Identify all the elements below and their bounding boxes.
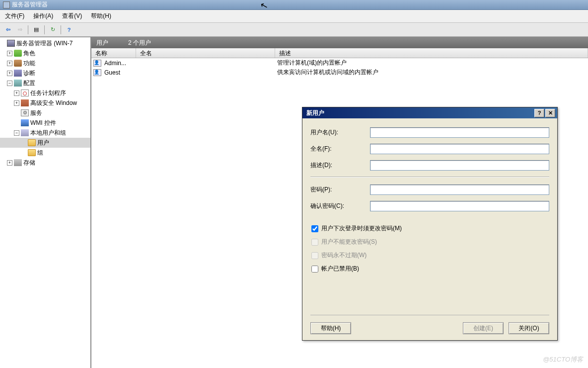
content-count: 2 个用户 bbox=[128, 39, 151, 47]
help-toolbar-button[interactable]: ? bbox=[64, 25, 74, 35]
up-button[interactable]: ▤ bbox=[31, 25, 41, 35]
folder-icon bbox=[28, 139, 36, 146]
tree-diagnostics[interactable]: +诊断 bbox=[0, 68, 90, 78]
features-icon bbox=[14, 60, 22, 67]
menu-view[interactable]: 查看(V) bbox=[62, 12, 82, 20]
wmi-icon bbox=[21, 119, 29, 126]
tree-roles[interactable]: +角色 bbox=[0, 48, 90, 58]
fullname-label: 全名(F): bbox=[310, 145, 370, 153]
diagnostics-icon bbox=[14, 70, 22, 77]
tree-groups[interactable]: 组 bbox=[0, 148, 90, 158]
app-icon bbox=[3, 1, 10, 8]
services-icon bbox=[21, 109, 29, 116]
menu-action[interactable]: 操作(A) bbox=[33, 12, 53, 20]
back-button[interactable]: ⇦ bbox=[3, 25, 13, 35]
user-icon bbox=[93, 60, 101, 67]
list-row[interactable]: Guest 供来宾访问计算机或访问域的内置帐户 bbox=[91, 68, 588, 77]
config-icon bbox=[14, 80, 22, 87]
forward-button[interactable]: ⇨ bbox=[15, 25, 25, 35]
window-title-text: 服务器管理器 bbox=[12, 0, 48, 9]
col-desc[interactable]: 描述 bbox=[275, 48, 588, 58]
tree-config[interactable]: −配置 bbox=[0, 78, 90, 88]
dialog-help-button[interactable]: ? bbox=[534, 109, 544, 117]
user-icon bbox=[93, 69, 101, 76]
server-icon bbox=[7, 40, 15, 47]
local-users-groups-icon bbox=[21, 129, 29, 136]
chk-cannot-change bbox=[311, 239, 318, 246]
tree-root[interactable]: 服务器管理器 (WIN-7 bbox=[0, 38, 90, 48]
content-header: 用户 2 个用户 bbox=[91, 37, 588, 48]
toolbar: ⇦ ⇨ ▤ ↻ ? bbox=[0, 23, 588, 37]
col-name[interactable]: 名称 bbox=[91, 48, 136, 58]
list-header: 名称 全名 描述 bbox=[91, 48, 588, 58]
tree-wmi[interactable]: WMI 控件 bbox=[0, 118, 90, 128]
storage-icon bbox=[14, 159, 22, 166]
chk-disabled-label: 帐户已禁用(B) bbox=[321, 265, 359, 273]
toolbar-separator bbox=[44, 25, 45, 34]
password-input[interactable] bbox=[370, 184, 549, 195]
new-user-dialog: 新用户 ? ✕ 用户名(U): 全名(F): 描述(D): 密码(P): 确认密… bbox=[302, 107, 558, 341]
desc-input[interactable] bbox=[370, 160, 549, 171]
tree-users[interactable]: 用户 bbox=[0, 138, 90, 148]
tree-panel: 服务器管理器 (WIN-7 +角色 +功能 +诊断 −配置 +任务计划程序 +高… bbox=[0, 37, 91, 368]
folder-icon bbox=[28, 149, 36, 156]
toolbar-separator bbox=[28, 25, 28, 34]
tree-task-scheduler[interactable]: +任务计划程序 bbox=[0, 88, 90, 98]
content-title: 用户 bbox=[96, 39, 108, 47]
chk-cannot-change-label: 用户不能更改密码(S) bbox=[321, 238, 377, 246]
chk-must-change-label: 用户下次登录时须更改密码(M) bbox=[321, 224, 402, 233]
roles-icon bbox=[14, 50, 22, 57]
col-fullname[interactable]: 全名 bbox=[136, 48, 275, 58]
confirm-label: 确认密码(C): bbox=[310, 202, 370, 210]
chk-never-expire-label: 密码永不过期(W) bbox=[321, 251, 367, 260]
username-label: 用户名(U): bbox=[310, 128, 370, 137]
menu-file[interactable]: 文件(F) bbox=[5, 12, 24, 20]
watermark: @51CTO博客 bbox=[543, 355, 583, 364]
fullname-input[interactable] bbox=[370, 144, 549, 154]
tree-storage[interactable]: +存储 bbox=[0, 158, 90, 168]
help-button[interactable]: 帮助(H) bbox=[310, 322, 351, 334]
task-icon bbox=[21, 90, 29, 96]
menubar: 文件(F) 操作(A) 查看(V) 帮助(H) bbox=[0, 10, 588, 23]
confirm-input[interactable] bbox=[370, 201, 549, 211]
list-row[interactable]: Admin... 管理计算机(域)的内置帐户 bbox=[91, 58, 588, 68]
dialog-titlebar[interactable]: 新用户 ? ✕ bbox=[302, 107, 557, 118]
divider bbox=[310, 177, 549, 178]
password-label: 密码(P): bbox=[310, 185, 370, 194]
firewall-icon bbox=[21, 99, 29, 106]
dialog-title-text: 新用户 bbox=[306, 109, 324, 117]
chk-disabled[interactable] bbox=[311, 266, 318, 273]
tree-features[interactable]: +功能 bbox=[0, 58, 90, 68]
toolbar-separator bbox=[61, 25, 61, 34]
menu-help[interactable]: 帮助(H) bbox=[91, 12, 111, 20]
window-titlebar: 服务器管理器 bbox=[0, 0, 588, 10]
tree-services[interactable]: 服务 bbox=[0, 108, 90, 118]
dialog-close-button[interactable]: ✕ bbox=[545, 109, 555, 117]
desc-label: 描述(D): bbox=[310, 161, 370, 170]
username-input[interactable] bbox=[370, 127, 549, 138]
create-button[interactable]: 创建(E) bbox=[463, 322, 504, 334]
refresh-button[interactable]: ↻ bbox=[48, 25, 58, 35]
tree-local-users-groups[interactable]: −本地用户和组 bbox=[0, 128, 90, 138]
chk-never-expire bbox=[311, 252, 318, 259]
tree-firewall[interactable]: +高级安全 Window bbox=[0, 98, 90, 108]
close-button[interactable]: 关闭(O) bbox=[509, 322, 549, 334]
chk-must-change[interactable] bbox=[311, 225, 318, 232]
